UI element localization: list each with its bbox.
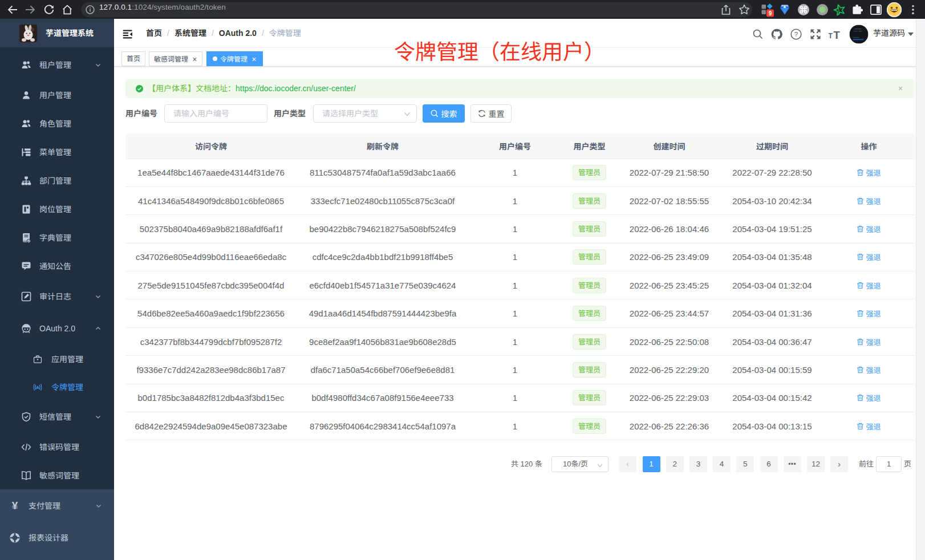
svg-text:T: T — [829, 32, 833, 40]
svg-text:?: ? — [794, 31, 798, 38]
svg-text:T: T — [834, 29, 841, 41]
svg-text:A: A — [36, 385, 39, 390]
svg-text:9: 9 — [769, 10, 772, 16]
